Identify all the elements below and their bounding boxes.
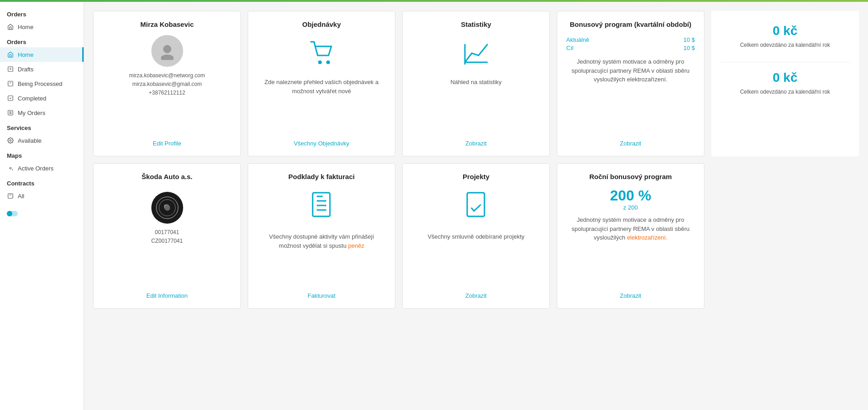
right-panel-top: 0 kč Celkem odevzdáno za kalendářní rok … bbox=[711, 11, 859, 156]
projekty-title: Projekty bbox=[463, 173, 489, 180]
right-amount2: 0 kč bbox=[773, 70, 798, 85]
sidebar-services-label: Services bbox=[0, 120, 84, 133]
skoda-ids: 00177041 CZ00177041 bbox=[151, 228, 183, 245]
check-icon bbox=[7, 95, 14, 102]
cart-icon bbox=[308, 40, 335, 69]
sidebar-item-my-orders[interactable]: My Orders bbox=[0, 105, 84, 120]
all-list-icon bbox=[7, 192, 14, 200]
statistiky-title: Statistiky bbox=[461, 20, 491, 28]
sidebar-item-available[interactable]: Available bbox=[0, 133, 84, 148]
svg-point-18 bbox=[318, 60, 322, 64]
map-gear-icon bbox=[7, 165, 14, 172]
rocni-orange: elektrozařízení. bbox=[627, 234, 668, 241]
sidebar-item-label: Home bbox=[18, 51, 34, 58]
profile-name: Mirza Kobasevic bbox=[140, 20, 194, 28]
bonusovy-desc: Jednotný systém motivace a odměny pro sp… bbox=[566, 57, 695, 84]
sidebar-item-all[interactable]: All bbox=[0, 189, 84, 203]
sidebar-item-label: Being Processed bbox=[18, 80, 62, 87]
skoda-id2: CZ00177041 bbox=[151, 237, 183, 245]
svg-rect-29 bbox=[467, 193, 484, 216]
right-amount1: 0 kč bbox=[773, 24, 798, 38]
objednavky-text: Zde naleznete přehled vašich objednávek … bbox=[257, 78, 386, 95]
chart-icon bbox=[463, 40, 490, 69]
top-row: Mirza Kobasevic mirza.kobasevic@networg.… bbox=[93, 11, 859, 156]
aktualne-row: Aktuálně 10 $ bbox=[566, 36, 695, 43]
statistiky-card: Statistiky Náhled na statistiky Zobrazit bbox=[402, 11, 550, 156]
svg-point-10 bbox=[10, 140, 11, 141]
sidebar-item-completed[interactable]: Completed bbox=[0, 91, 84, 105]
sidebar-contracts-label: Contracts bbox=[0, 175, 84, 189]
sidebar-maps-label: Maps bbox=[0, 148, 84, 161]
rocni-desc: Jednotný systém motivace a odměny pro sp… bbox=[566, 215, 695, 242]
sidebar-item-label: Home bbox=[18, 24, 34, 30]
fakturovat-link[interactable]: Fakturovat bbox=[308, 292, 335, 299]
profile-avatar bbox=[151, 35, 183, 67]
sidebar-item-being-processed[interactable]: Being Processed bbox=[0, 76, 84, 91]
skoda-logo bbox=[151, 192, 183, 224]
aktualne-label: Aktuálně bbox=[566, 36, 589, 43]
vsechny-objednavky-link[interactable]: Všechny Objednávky bbox=[294, 140, 349, 147]
profile-info: mirza.kobasevic@networg.com mirza.kobase… bbox=[129, 71, 205, 98]
rocni-card: Roční bonusový program 200 % z 200 Jedno… bbox=[557, 163, 704, 309]
document-icon bbox=[309, 192, 334, 223]
bottom-row: Škoda Auto a.s. 00177041 CZ00177041 Edit… bbox=[93, 163, 859, 309]
svg-point-17 bbox=[161, 55, 174, 60]
draft-icon bbox=[7, 65, 14, 73]
project-doc-icon bbox=[464, 192, 489, 223]
gear-icon bbox=[7, 137, 14, 144]
sidebar: Orders Home Orders Home bbox=[0, 2, 84, 410]
svg-rect-12 bbox=[8, 194, 13, 199]
profile-email2: mirza.kobasevic@gmail.com bbox=[129, 80, 205, 89]
skoda-name: Škoda Auto a.s. bbox=[142, 173, 193, 180]
projekty-text: Všechny smluvně odebírané projekty bbox=[428, 232, 524, 241]
svg-point-11 bbox=[10, 167, 11, 169]
cil-row: Cíl 10 $ bbox=[566, 45, 695, 51]
rocni-percent: 200 % bbox=[610, 187, 651, 204]
rocni-title: Roční bonusový program bbox=[589, 173, 672, 180]
profile-card: Mirza Kobasevic mirza.kobasevic@networg.… bbox=[93, 11, 241, 156]
statistiky-link[interactable]: Zobrazit bbox=[465, 140, 487, 147]
sidebar-item-label: My Orders bbox=[18, 110, 45, 116]
svg-rect-15 bbox=[7, 211, 12, 216]
skoda-id1: 00177041 bbox=[151, 228, 183, 237]
sidebar-item-active-orders[interactable]: Active Orders bbox=[0, 161, 84, 175]
sidebar-item-label: Active Orders bbox=[18, 165, 54, 172]
svg-rect-3 bbox=[8, 81, 13, 86]
main-content: Mirza Kobasevic mirza.kobasevic@networg.… bbox=[84, 2, 868, 410]
bonusovy-title: Bonusový program (kvartální období) bbox=[570, 20, 692, 28]
objednavky-card: Objednávky Zde naleznete přehled vašich … bbox=[248, 11, 395, 156]
podklady-text: Všechny dostupné aktivity vám přinášejí … bbox=[257, 232, 386, 250]
projekty-link[interactable]: Zobrazit bbox=[465, 292, 487, 299]
cil-label: Cíl bbox=[566, 45, 574, 51]
sidebar-item-home-top[interactable]: Home bbox=[0, 20, 84, 34]
bottom-indicator bbox=[0, 203, 84, 225]
rocni-percent-sub: z 200 bbox=[624, 204, 638, 211]
edit-profile-link[interactable]: Edit Profile bbox=[153, 140, 181, 147]
process-icon bbox=[7, 80, 14, 87]
bonusovy-link[interactable]: Zobrazit bbox=[620, 140, 641, 147]
podklady-card: Podklady k fakturaci Všechny dostupné ak… bbox=[248, 163, 395, 309]
profile-email1: mirza.kobasevic@networg.com bbox=[129, 71, 205, 80]
bottom-right-empty bbox=[711, 163, 859, 309]
edit-information-link[interactable]: Edit Information bbox=[146, 292, 188, 299]
home-icon bbox=[7, 23, 14, 30]
sidebar-item-label: Drafts bbox=[18, 66, 34, 73]
sidebar-item-label: Available bbox=[18, 137, 42, 144]
sidebar-item-home[interactable]: Home bbox=[0, 47, 84, 62]
right-label1: Celkem odevzdáno za kalendářní rok bbox=[740, 42, 830, 48]
sidebar-item-drafts[interactable]: Drafts bbox=[0, 62, 84, 76]
objednavky-title: Objednávky bbox=[302, 20, 341, 28]
podklady-title: Podklady k fakturaci bbox=[289, 173, 355, 180]
sidebar-item-label: Completed bbox=[18, 95, 46, 102]
rocni-link[interactable]: Zobrazit bbox=[620, 292, 641, 299]
svg-point-19 bbox=[326, 60, 330, 64]
sidebar-item-label: All bbox=[18, 193, 24, 200]
list-icon bbox=[7, 109, 14, 116]
aktualne-value: 10 $ bbox=[683, 36, 695, 43]
profile-phone: +38762112112 bbox=[129, 89, 205, 97]
sidebar-orders-label: Orders bbox=[0, 34, 84, 47]
bonusovy-card: Bonusový program (kvartální období) Aktu… bbox=[557, 11, 704, 156]
home-active-icon bbox=[7, 51, 14, 58]
cil-value: 10 $ bbox=[683, 45, 695, 51]
skoda-card: Škoda Auto a.s. 00177041 CZ00177041 Edit… bbox=[93, 163, 241, 309]
